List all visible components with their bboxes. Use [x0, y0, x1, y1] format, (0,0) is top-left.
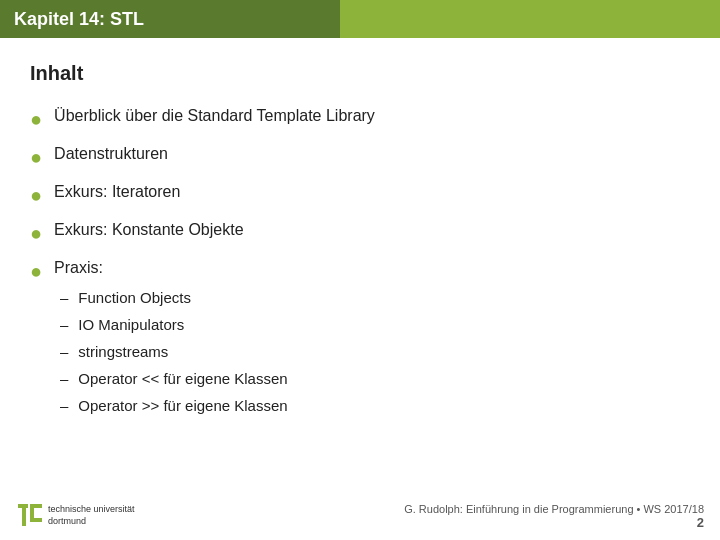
dash-icon: – — [60, 289, 68, 306]
list-item-text: Exkurs: Iteratoren — [54, 183, 180, 201]
sub-item-text: Function Objects — [78, 289, 191, 306]
dash-icon: – — [60, 343, 68, 360]
tu-logo: technische universität dortmund — [16, 502, 135, 530]
header-title-box: Kapitel 14: STL — [0, 0, 340, 38]
bullet-icon: ● — [30, 145, 42, 169]
header-bar: Kapitel 14: STL — [0, 0, 720, 38]
main-content: Inhalt ● Überblick über die Standard Tem… — [0, 38, 720, 458]
list-item-text: Datenstrukturen — [54, 145, 168, 163]
footer-page: 2 — [697, 515, 704, 530]
sub-item-text: Operator >> für eigene Klassen — [78, 397, 287, 414]
sub-list-item: – Function Objects — [60, 289, 288, 306]
section-title: Inhalt — [30, 62, 690, 85]
svg-rect-1 — [18, 504, 28, 508]
sub-list-item: – Operator << für eigene Klassen — [60, 370, 288, 387]
sub-item-text: Operator << für eigene Klassen — [78, 370, 287, 387]
sub-list-item: – IO Manipulators — [60, 316, 288, 333]
tu-logo-svg — [16, 502, 44, 530]
tu-logo-line1: technische universität — [48, 504, 135, 516]
list-item: ● Exkurs: Iteratoren — [30, 183, 690, 207]
footer-text: G. Rudolph: Einführung in die Programmie… — [404, 503, 704, 515]
bullet-list: ● Überblick über die Standard Template L… — [30, 107, 690, 424]
list-item-text: Praxis: — [54, 259, 103, 277]
header-title: Kapitel 14: STL — [14, 9, 144, 30]
list-item: ● Exkurs: Konstante Objekte — [30, 221, 690, 245]
bullet-icon: ● — [30, 259, 42, 283]
list-item: ● Überblick über die Standard Template L… — [30, 107, 690, 131]
header-accent — [340, 0, 720, 38]
svg-rect-2 — [22, 508, 26, 526]
list-item-text: Exkurs: Konstante Objekte — [54, 221, 243, 239]
bullet-icon: ● — [30, 221, 42, 245]
dash-icon: – — [60, 370, 68, 387]
sub-list: – Function Objects – IO Manipulators – s… — [60, 289, 288, 424]
dash-icon: – — [60, 316, 68, 333]
sub-item-text: IO Manipulators — [78, 316, 184, 333]
sub-item-text: stringstreams — [78, 343, 168, 360]
tu-logo-line2: dortmund — [48, 516, 135, 528]
svg-rect-5 — [30, 518, 42, 522]
list-item-text: Überblick über die Standard Template Lib… — [54, 107, 375, 125]
bullet-icon: ● — [30, 183, 42, 207]
bullet-icon: ● — [30, 107, 42, 131]
svg-rect-3 — [30, 504, 42, 508]
dash-icon: – — [60, 397, 68, 414]
footer: G. Rudolph: Einführung in die Programmie… — [404, 503, 704, 530]
svg-rect-4 — [30, 508, 34, 518]
sub-list-item: – stringstreams — [60, 343, 288, 360]
list-item: ● Datenstrukturen — [30, 145, 690, 169]
footer-left: technische universität dortmund — [16, 502, 135, 530]
tu-logo-text: technische universität dortmund — [48, 504, 135, 527]
list-item: ● Praxis: – Function Objects – IO Manipu… — [30, 259, 690, 424]
sub-list-item: – Operator >> für eigene Klassen — [60, 397, 288, 414]
